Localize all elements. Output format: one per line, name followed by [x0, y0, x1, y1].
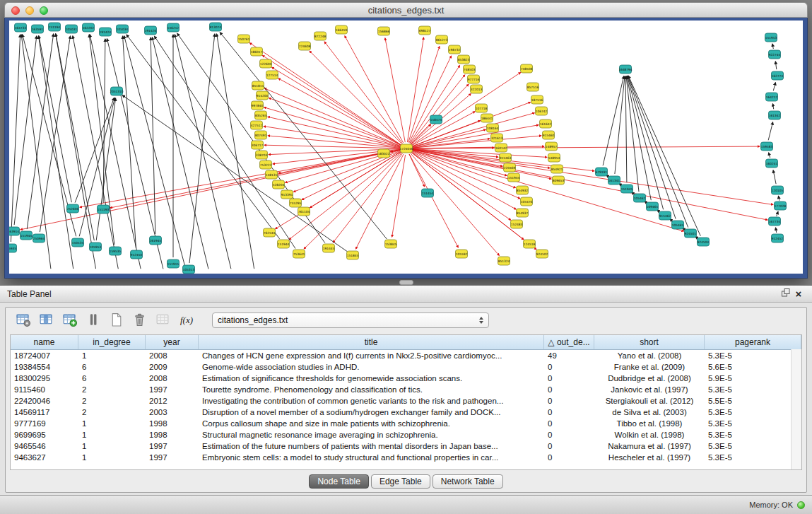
graph-node[interactable]: 854937 [517, 209, 529, 217]
graph-node[interactable]: 1648794 [618, 65, 632, 74]
graph-node[interactable]: 151953 [765, 33, 777, 42]
graph-node[interactable]: 857516 [527, 83, 539, 91]
window-titlebar[interactable]: citations_edges.txt [4, 2, 808, 18]
graph-node[interactable]: 105031 [66, 25, 78, 33]
graph-node[interactable]: 105034 [117, 25, 129, 33]
table-row[interactable]: 1456911722003Disruption of a novel membe… [11, 407, 801, 418]
graph-node[interactable]: 151845 [347, 251, 359, 259]
graph-node[interactable]: 177028 [775, 201, 787, 210]
graph-node[interactable]: 163914 [9, 227, 20, 235]
graph-node[interactable]: 151915 [167, 259, 180, 268]
graph-node[interactable]: 761104 [298, 207, 310, 216]
column-header-in_degree[interactable]: in_degree [78, 335, 146, 349]
graph-node[interactable]: 915463 [500, 153, 512, 162]
graph-node[interactable]: 191445 [323, 244, 335, 252]
graph-node[interactable]: 153845 [385, 240, 397, 248]
graph-node[interactable]: 105592 [456, 250, 468, 258]
graph-node[interactable]: 813074 [210, 23, 222, 31]
toolbar-button-delete[interactable] [129, 311, 149, 329]
graph-node[interactable]: 250964 [33, 234, 45, 243]
graph-node[interactable]: 914200 [257, 91, 269, 100]
table-scrollbar[interactable] [791, 349, 801, 469]
graph-node[interactable]: 753222 [260, 160, 272, 169]
graph-node[interactable]: 924504 [698, 238, 710, 246]
table-row[interactable]: 969969511998Structural magnetic resonanc… [11, 429, 801, 440]
graph-node[interactable]: 161642 [540, 119, 552, 128]
column-header-pagerank[interactable]: pagerank [705, 335, 801, 349]
toolbar-button-new-document[interactable] [106, 311, 126, 329]
graph-node[interactable]: 997840 [252, 101, 264, 110]
minimize-window-icon[interactable] [25, 6, 34, 15]
graph-node[interactable]: 164733 [15, 23, 27, 32]
graph-node[interactable]: 528204 [273, 180, 285, 189]
table-row[interactable]: 946362711997Embryonic stem cells: a mode… [11, 452, 801, 463]
tab-edge-table[interactable]: Edge Table [371, 474, 430, 489]
graph-node[interactable]: 105935 [9, 244, 17, 252]
graph-node[interactable]: 127514 [266, 71, 278, 79]
graph-node[interactable]: 755295 [290, 199, 302, 207]
table-row[interactable]: 977716911998Corpus callosum shape and si… [11, 418, 801, 429]
graph-node[interactable]: 912450 [131, 250, 143, 259]
graph-node[interactable]: 851324 [498, 257, 510, 265]
graph-node[interactable]: 122600 [260, 59, 272, 68]
graph-node[interactable]: 861273 [436, 35, 448, 44]
graph-node[interactable]: 809653 [553, 176, 565, 185]
graph-node[interactable]: 220469 [504, 163, 516, 172]
graph-node[interactable]: 679191 [596, 168, 608, 176]
graph-node[interactable]: 198732 [449, 45, 461, 54]
zoom-window-icon[interactable] [40, 6, 48, 15]
graph-node[interactable]: 186017 [251, 47, 263, 56]
graph-node[interactable]: 105953 [90, 243, 102, 251]
graph-node[interactable]: 191426 [145, 26, 157, 35]
graph-node[interactable]: 169465 [647, 202, 659, 211]
graph-node[interactable]: 191424 [100, 28, 112, 36]
graph-node[interactable]: 977716 [468, 75, 480, 83]
graph-node[interactable]: 252606 [67, 204, 79, 213]
graph-node[interactable]: 167734 [769, 217, 781, 226]
graph-node[interactable]: 124518 [524, 240, 536, 248]
graph-node[interactable]: 913391 [281, 190, 293, 199]
graph-node[interactable]: 186441 [481, 114, 493, 122]
graph-node[interactable]: 105313 [183, 265, 195, 274]
graph-node[interactable]: 156866 [378, 27, 390, 35]
graph-node[interactable]: 108164 [487, 124, 499, 132]
graph-node[interactable]: 105462 [634, 194, 646, 202]
tab-network-table[interactable]: Network Table [433, 474, 503, 489]
graph-node[interactable]: 152483 [511, 220, 523, 228]
graph-node[interactable]: 854932 [517, 186, 529, 194]
graph-node[interactable]: 854921 [551, 165, 563, 173]
graph-node[interactable]: 163591 [32, 25, 44, 33]
graph-node[interactable]: 853823 [458, 55, 470, 64]
graph-node[interactable]: 698127 [419, 26, 431, 35]
network-canvas[interactable]: 1724046150761186017122600127514851811914… [9, 21, 803, 274]
graph-node[interactable]: 748503 [464, 65, 476, 74]
function-builder-button[interactable]: f(x) [176, 312, 197, 329]
column-header-title[interactable]: title [199, 335, 544, 349]
graph-node[interactable]: 159583 [761, 142, 773, 151]
graph-node[interactable]: 183022 [378, 149, 390, 158]
graph-node[interactable]: 148957 [546, 142, 558, 151]
graph-node[interactable]: 922744 [769, 50, 781, 59]
toolbar-button-merge-table[interactable] [153, 311, 172, 329]
graph-node[interactable]: 160241 [766, 159, 778, 168]
graph-node[interactable]: 187516 [531, 95, 543, 104]
table-row[interactable]: 1872400712008Changes of HCN gene express… [11, 350, 801, 361]
graph-node[interactable]: 321613 [491, 134, 503, 142]
graph-node[interactable]: 158474 [430, 115, 442, 124]
graph-node[interactable]: 105465 [672, 221, 684, 229]
graph-node[interactable]: 151944 [508, 173, 520, 182]
float-panel-button[interactable] [779, 288, 792, 300]
graph-node[interactable]: 166459 [336, 25, 348, 34]
graph-node[interactable]: 427512 [251, 121, 263, 129]
graph-node[interactable]: 151454 [422, 189, 434, 197]
graph-node[interactable]: 915460 [543, 131, 555, 139]
graph-node[interactable]: 151944 [278, 240, 290, 248]
graph-node[interactable]: 151945 [20, 231, 33, 240]
graph-node[interactable]: 915462 [659, 211, 671, 220]
graph-node[interactable]: 161342 [769, 111, 781, 119]
graph-node[interactable]: 151193 [98, 205, 110, 214]
graph-node[interactable]: 146212 [167, 23, 180, 32]
graph-node[interactable]: 148131 [266, 170, 278, 179]
graph-node[interactable]: 924501 [685, 229, 697, 238]
graph-node[interactable]: 150761 [238, 35, 250, 43]
